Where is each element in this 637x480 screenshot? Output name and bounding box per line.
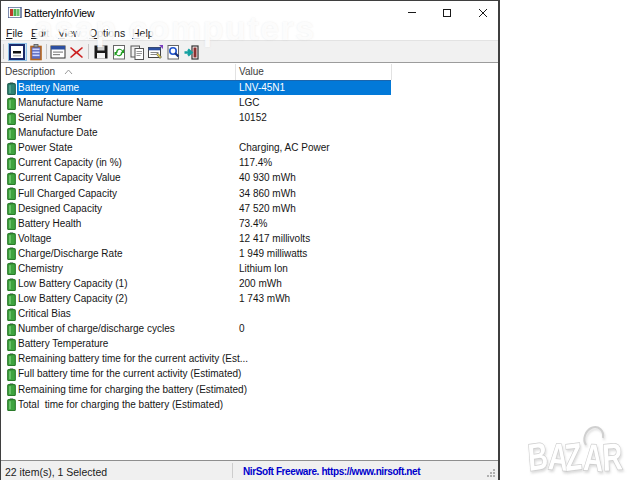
svg-text:R: R (601, 435, 623, 479)
svg-text:Z: Z (564, 435, 583, 479)
svg-text:B: B (526, 434, 549, 479)
svg-text:A: A (583, 436, 604, 480)
